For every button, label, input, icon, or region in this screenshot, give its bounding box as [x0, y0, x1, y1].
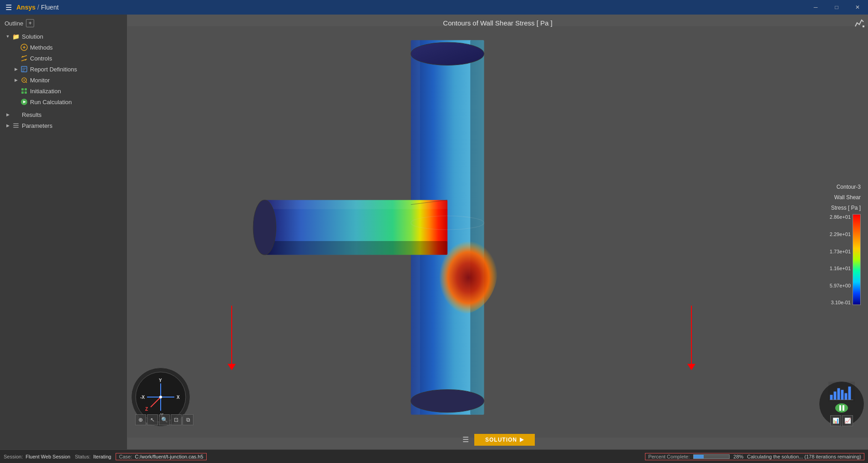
svg-rect-22 [127, 26, 868, 438]
compass-cursor-btn[interactable]: ↖ [147, 414, 158, 425]
sidebar-item-initialization[interactable]: Initialization [0, 86, 127, 96]
pause-button[interactable] [835, 403, 848, 413]
progress-box: Percent Complete: 28% Calculating the so… [645, 453, 864, 460]
monitor-icon [20, 76, 28, 84]
svg-rect-31 [264, 241, 447, 255]
color-legend: Contour-3 Wall Shear Stress [ Pa ] 2.86e… [830, 183, 861, 305]
results-icon [12, 111, 20, 119]
solution-label: Solution [22, 33, 43, 40]
controls-label: Controls [30, 55, 52, 62]
svg-rect-19 [13, 125, 19, 126]
svg-line-11 [26, 82, 27, 83]
arrow1-shaft [231, 306, 232, 365]
status-value: Iterating [93, 454, 112, 459]
monitor-arrow [13, 77, 19, 83]
compass-widget-left[interactable]: X -X Y -Y Z ⊕ ↖ 🔍 ⊡ ⧉ [131, 367, 190, 427]
session-label: Session: [4, 454, 23, 459]
right-chart-icon[interactable]: 📊 [830, 415, 841, 426]
svg-rect-50 [834, 392, 837, 400]
compass-widget-right[interactable]: 📊 📈 [819, 381, 864, 427]
svg-rect-15 [25, 91, 27, 94]
compass-copy-btn[interactable]: ⧉ [183, 414, 193, 425]
results-arrow [5, 111, 11, 118]
brand-fluent: Fluent [41, 4, 59, 11]
session-value: Fluent Web Session [25, 454, 70, 459]
svg-rect-49 [830, 395, 833, 400]
solution-btn-label: SOLUTION [485, 437, 517, 443]
legend-val-0: 2.86e+01 [830, 214, 851, 220]
svg-rect-21 [863, 25, 864, 27]
minimize-button[interactable]: ─ [805, 0, 826, 15]
parameters-arrow [5, 122, 11, 129]
window-controls: ─ □ ✕ [805, 0, 868, 15]
parameters-label: Parameters [22, 122, 52, 129]
list-view-button[interactable]: ☰ [461, 433, 471, 446]
outline-add-button[interactable]: + [26, 19, 34, 27]
initialization-label: Initialization [30, 88, 61, 95]
chart-icon[interactable] [854, 18, 864, 30]
report-icon [20, 65, 28, 73]
svg-rect-13 [25, 88, 27, 91]
init-icon [20, 87, 28, 95]
svg-rect-32 [264, 200, 447, 209]
svg-rect-52 [841, 390, 844, 400]
controls-icon [20, 54, 28, 62]
close-button[interactable]: ✕ [847, 0, 868, 15]
svg-text:-X: -X [140, 395, 145, 400]
right-line-icon[interactable]: 📈 [842, 415, 853, 426]
compass-pointer-btn[interactable]: ⊕ [135, 414, 146, 425]
svg-text:Y: Y [159, 378, 162, 383]
progress-bar-fill [694, 455, 704, 458]
status-segment: Status: Iterating [75, 454, 111, 459]
progress-bar [693, 454, 730, 459]
legend-labels: 2.86e+01 2.29e+01 1.73e+01 1.16e+01 5.97… [830, 214, 851, 305]
compass-zoom-btn[interactable]: 🔍 [159, 414, 170, 425]
calc-status: Calculating the solution... (178 iterati… [747, 454, 861, 459]
svg-rect-14 [21, 91, 24, 94]
menu-icon[interactable]: ☰ [4, 2, 14, 13]
compass-fit-btn[interactable]: ⊡ [171, 414, 182, 425]
svg-point-4 [25, 59, 26, 60]
progress-section: Percent Complete: 28% Calculating the so… [645, 453, 864, 460]
sidebar-item-results[interactable]: Results [0, 109, 127, 120]
status-label: Status: [75, 454, 90, 459]
percent-label: Percent Complete: [648, 454, 690, 459]
legend-val-4: 5.97e+00 [830, 282, 851, 288]
legend-contour-name: Contour-3 [837, 183, 861, 191]
sidebar-item-parameters[interactable]: Parameters [0, 120, 127, 131]
viewport-area[interactable]: Contours of Wall Shear Stress [ Pa ] [127, 15, 868, 449]
solution-button[interactable]: SOLUTION [474, 434, 535, 446]
sidebar-item-solution[interactable]: 📁 Solution [0, 31, 127, 42]
methods-icon [20, 43, 28, 51]
svg-point-10 [24, 80, 25, 81]
brand: Ansys / Fluent [16, 4, 59, 11]
svg-text:Z: Z [145, 407, 148, 412]
brand-slash: / [37, 4, 39, 11]
color-bar [853, 214, 861, 305]
solution-icon: 📁 [12, 32, 20, 40]
legend-val-3: 1.16e+01 [830, 266, 851, 271]
svg-rect-54 [848, 387, 851, 400]
methods-label: Methods [30, 44, 53, 51]
svg-point-47 [159, 396, 162, 398]
sidebar-item-controls[interactable]: Controls [0, 53, 127, 64]
session-segment: Session: Fluent Web Session [4, 454, 70, 459]
sidebar-item-report-definitions[interactable]: Report Definitions [0, 64, 127, 75]
sidebar-item-monitor[interactable]: Monitor [0, 75, 127, 86]
svg-point-3 [22, 56, 24, 57]
main-layout: Outline + 📁 Solution Methods [0, 15, 868, 449]
3d-scene [127, 15, 868, 449]
sidebar-item-run-calculation[interactable]: Run Calculation [0, 96, 127, 107]
report-arrow [13, 66, 19, 72]
svg-point-35 [425, 223, 498, 314]
arrow2-head [687, 364, 695, 370]
monitor-label: Monitor [30, 77, 50, 84]
report-definitions-label: Report Definitions [30, 66, 77, 73]
pause-icon [839, 405, 844, 411]
maximize-button[interactable]: □ [826, 0, 847, 15]
arrow1-head [228, 364, 236, 370]
statusbar: Session: Fluent Web Session Status: Iter… [0, 449, 868, 463]
sidebar-item-methods[interactable]: Methods [0, 42, 127, 53]
percent-value: 28% [733, 454, 743, 459]
solution-arrow [5, 33, 11, 40]
